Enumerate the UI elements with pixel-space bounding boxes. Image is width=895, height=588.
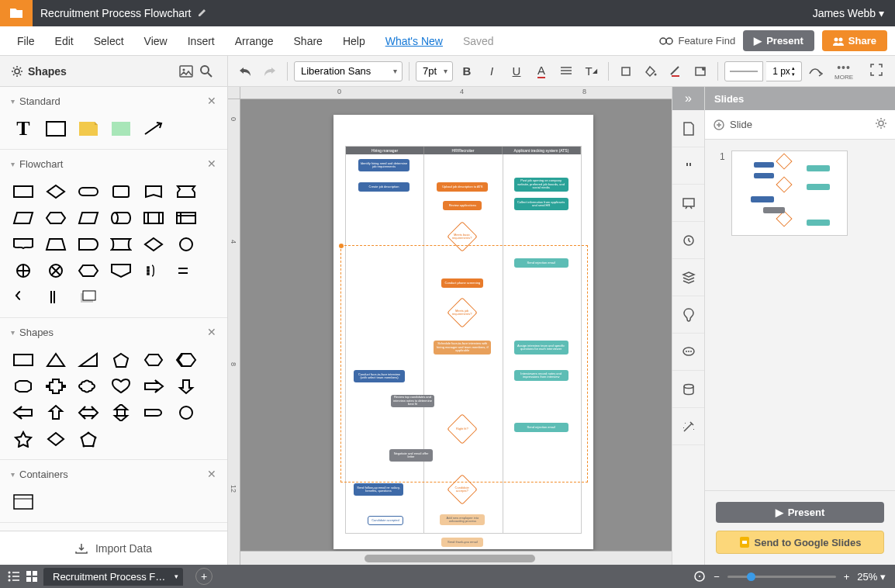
flowchart-shape-18[interactable]	[11, 261, 36, 280]
flowchart-decision[interactable]: Candidate accepts?	[448, 474, 479, 505]
flowchart-shape-0[interactable]	[11, 182, 36, 201]
italic-icon[interactable]: I	[481, 61, 503, 82]
text-color-icon[interactable]: A	[530, 61, 552, 82]
swimlane-header-3[interactable]: Applicant tracking system (ATS)	[503, 147, 581, 154]
text-format-icon[interactable]: T◢	[580, 61, 602, 82]
collapse-right-panel-icon[interactable]: »	[672, 87, 704, 110]
panel-standard-header[interactable]: ▾ Standard ✕	[0, 87, 227, 115]
basic-shape-19[interactable]	[43, 430, 68, 448]
basic-shape-6[interactable]	[11, 377, 36, 396]
swimlane-3[interactable]: Post job opening on company website, pre…	[503, 154, 581, 533]
flowchart-shape-4[interactable]	[141, 182, 166, 201]
text-shape[interactable]: T	[11, 119, 36, 138]
flowchart-shape-1[interactable]	[43, 182, 68, 201]
flowchart-node[interactable]: Assign interview team and specific quest…	[514, 341, 568, 355]
search-tool-icon[interactable]	[196, 61, 216, 81]
block-shape[interactable]	[43, 119, 68, 138]
line-width-select[interactable]: 1 px ▴▾	[766, 61, 802, 81]
zoom-target-icon[interactable]	[693, 570, 706, 583]
data-icon[interactable]	[672, 371, 705, 408]
flowchart-shape-7[interactable]	[43, 209, 68, 227]
outline-view-icon[interactable]	[8, 571, 20, 582]
close-icon[interactable]: ✕	[207, 95, 216, 107]
flowchart-shape-9[interactable]	[109, 209, 133, 227]
flowchart-shape-21[interactable]	[109, 261, 133, 280]
menu-share[interactable]: Share	[285, 30, 332, 52]
fill-icon[interactable]	[640, 61, 662, 82]
close-icon[interactable]: ✕	[207, 157, 216, 170]
basic-shape-4[interactable]	[141, 351, 166, 369]
flowchart-shape-13[interactable]	[43, 235, 68, 254]
flowchart-node[interactable]: Candidate accepted	[368, 516, 403, 525]
close-icon[interactable]: ✕	[207, 326, 216, 338]
swimlane-1[interactable]: Identify hiring need and determine job r…	[346, 154, 424, 533]
edit-title-icon[interactable]	[198, 7, 207, 19]
flowchart-node[interactable]: Create job description	[358, 182, 409, 192]
note-shape[interactable]	[76, 119, 101, 138]
present-mode-icon[interactable]	[672, 185, 705, 222]
basic-shape-11[interactable]	[174, 377, 199, 396]
flowchart-shape-19[interactable]	[43, 261, 68, 280]
flowchart-node[interactable]: Send follow-up email re: salary, benefit…	[354, 483, 403, 496]
document-title[interactable]: Recruitment Process Flowchart	[33, 7, 192, 19]
flowchart-node[interactable]: Identify hiring need and determine job r…	[358, 159, 409, 171]
basic-shape-14[interactable]	[76, 403, 101, 422]
flowchart-node[interactable]: Send thank-you email	[441, 538, 483, 547]
flowchart-shape-11[interactable]	[174, 209, 199, 227]
line-end-icon[interactable]	[805, 61, 827, 82]
layers-icon[interactable]	[672, 259, 705, 296]
flowchart-shape-24[interactable]	[11, 288, 36, 306]
flowchart-shape-6[interactable]	[11, 209, 36, 227]
zoom-out-icon[interactable]: −	[714, 571, 720, 583]
shape-style-icon[interactable]	[689, 61, 711, 82]
basic-shape-20[interactable]	[76, 430, 101, 448]
feature-find[interactable]: Feature Find	[659, 35, 735, 47]
line-style-select[interactable]	[724, 61, 763, 81]
basic-shape-7[interactable]	[43, 377, 68, 396]
basic-shape-18[interactable]	[11, 430, 36, 448]
add-slide-button[interactable]: Slide	[713, 119, 752, 131]
font-size-select[interactable]: 7pt	[416, 61, 453, 81]
close-icon[interactable]: ✕	[207, 468, 216, 480]
flowchart-node[interactable]: Collect information from applicants and …	[514, 198, 568, 210]
share-button[interactable]: Share	[822, 30, 887, 51]
basic-shape-3[interactable]	[109, 351, 133, 369]
page-icon[interactable]	[672, 110, 705, 147]
basic-shape-12[interactable]	[11, 403, 36, 422]
flowchart-node[interactable]: Send rejection email	[514, 423, 568, 432]
flowchart-decision[interactable]: Right fit?	[448, 413, 479, 444]
panel-shapes-header[interactable]: ▾ Shapes ✕	[0, 318, 227, 346]
menu-insert[interactable]: Insert	[178, 30, 224, 52]
page-tab[interactable]: Recruitment Process Fl…	[43, 568, 183, 586]
history-icon[interactable]	[672, 222, 705, 259]
swimlane-2[interactable]: Upload job description to ATS Review app…	[424, 154, 503, 533]
zoom-slider[interactable]	[727, 576, 836, 578]
basic-shape-2[interactable]	[76, 351, 101, 369]
flowchart-shape-15[interactable]	[109, 235, 133, 254]
align-icon[interactable]	[555, 61, 577, 82]
menu-whats-new[interactable]: What's New	[376, 30, 452, 52]
flowchart-shape-5[interactable]	[174, 182, 199, 201]
basic-shape-17[interactable]	[174, 403, 199, 422]
app-logo[interactable]	[0, 0, 33, 26]
scrollbar-horizontal[interactable]	[240, 551, 672, 565]
more-tools[interactable]: ••• MORE	[835, 61, 853, 81]
basic-shape-13[interactable]	[43, 403, 68, 422]
menu-help[interactable]: Help	[333, 30, 375, 52]
user-menu[interactable]: James Webb ▾	[802, 7, 895, 19]
basic-shape-10[interactable]	[141, 377, 166, 396]
flowchart-node[interactable]: Add new employee into onboarding process	[440, 514, 485, 525]
shapes-panel-toggle[interactable]: Shapes	[11, 65, 67, 78]
flowchart-shape-3[interactable]	[109, 182, 133, 201]
zoom-level[interactable]: 25% ▾	[857, 571, 886, 583]
present-slides-button[interactable]: ▶ Present	[716, 502, 884, 523]
menu-file[interactable]: File	[8, 30, 44, 52]
send-to-google-slides-button[interactable]: Send to Google Slides	[716, 531, 884, 554]
slide-thumbnail[interactable]: 1	[731, 150, 848, 236]
fullscreen-icon[interactable]	[870, 64, 883, 79]
flowchart-shape-8[interactable]	[76, 209, 101, 227]
hotspot-shape[interactable]	[109, 119, 133, 138]
flowchart-shape-10[interactable]	[141, 209, 166, 227]
zoom-in-icon[interactable]: +	[844, 571, 850, 583]
slides-settings-icon[interactable]	[875, 117, 887, 133]
